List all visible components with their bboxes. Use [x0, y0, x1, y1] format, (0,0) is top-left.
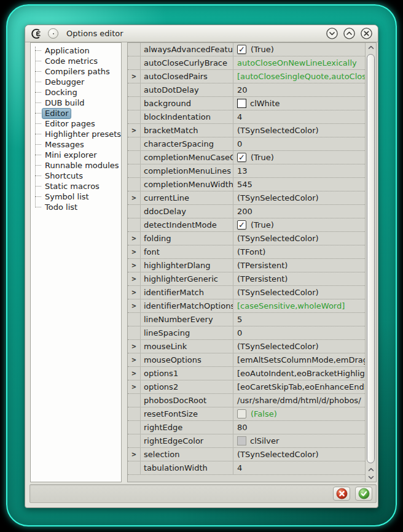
property-value[interactable]: (TSynSelectedColor) [233, 191, 365, 204]
property-value[interactable]: 20 [233, 83, 365, 96]
property-row-mouseLink[interactable]: >mouseLink(TSynSelectedColor) [128, 340, 365, 353]
property-value[interactable]: (TSynSelectedColor) [233, 340, 365, 353]
property-value[interactable]: 0 [233, 137, 365, 150]
property-value[interactable]: 5 [233, 313, 365, 326]
property-value[interactable]: 4 [233, 110, 365, 123]
property-row-lineNumberEvery[interactable]: lineNumberEvery5 [128, 313, 365, 326]
property-row-characterSpacing[interactable]: characterSpacing0 [128, 137, 365, 151]
property-row-folding[interactable]: >folding(TSynSelectedColor) [128, 232, 365, 245]
scroll-down-icon[interactable] [366, 475, 376, 480]
expand-arrow-icon[interactable]: > [128, 367, 141, 380]
unroll-button[interactable] [343, 27, 356, 40]
titlebar[interactable]: Options editor [25, 25, 378, 42]
property-row-selection[interactable]: >selection(TSynSelectedColor) [128, 448, 365, 461]
property-row-mouseOptions[interactable]: >mouseOptions[emAltSetsColumnMode,emDrag… [128, 353, 365, 367]
property-row-background[interactable]: backgroundclWhite [128, 97, 365, 110]
close-button[interactable] [360, 27, 373, 40]
property-value[interactable]: (TPersistent) [233, 272, 365, 285]
checkbox-checked-icon[interactable]: ✓ [237, 45, 246, 54]
expand-arrow-icon[interactable]: > [128, 380, 141, 393]
property-row-completionMenuCaseCare[interactable]: completionMenuCaseCare✓(True) [128, 151, 365, 164]
sidebar-item-messages[interactable]: Messages [31, 139, 121, 150]
property-value[interactable]: clSilver [233, 434, 365, 447]
property-value[interactable]: ✓(True) [233, 43, 365, 56]
property-row-autoCloseCurlyBrace[interactable]: autoCloseCurlyBraceautoCloseOnNewLineLex… [128, 56, 365, 70]
property-row-alwaysAdvancedFeatures[interactable]: alwaysAdvancedFeatures✓(True) [128, 43, 365, 56]
scroll-up-icon[interactable] [366, 467, 376, 472]
property-value[interactable]: (TFont) [233, 245, 365, 258]
property-value[interactable]: 200 [233, 205, 365, 218]
scrollbar-thumb[interactable] [367, 54, 375, 463]
property-value[interactable]: 4 [233, 461, 365, 474]
expand-arrow-icon[interactable]: > [128, 340, 141, 353]
property-row-phobosDocRoot[interactable]: phobosDocRoot/usr/share/dmd/html/d/phobo… [128, 394, 365, 407]
property-value[interactable]: (TSynSelectedColor) [233, 124, 365, 137]
expand-arrow-icon[interactable]: > [128, 272, 141, 285]
property-value[interactable]: clWhite [233, 97, 365, 110]
sidebar-item-highlighter-presets[interactable]: Highlighter presets [31, 129, 121, 139]
property-row-rightEdge[interactable]: rightEdge80 [128, 421, 365, 434]
property-row-blockIndentation[interactable]: blockIndentation4 [128, 110, 365, 124]
property-row-highlighterGeneric[interactable]: >highlighterGeneric(TPersistent) [128, 272, 365, 286]
property-row-bracketMatch[interactable]: >bracketMatch(TSynSelectedColor) [128, 124, 365, 137]
property-value[interactable]: autoCloseOnNewLineLexically [233, 56, 365, 69]
property-value[interactable]: 80 [233, 421, 365, 434]
sidebar-item-static-macros[interactable]: Static macros [31, 181, 121, 191]
sidebar-item-editor-pages[interactable]: Editor pages [31, 118, 121, 129]
property-row-resetFontSize[interactable]: resetFontSize(False) [128, 407, 365, 421]
property-row-detectIndentMode[interactable]: detectIndentMode✓(True) [128, 218, 365, 232]
expand-arrow-icon[interactable]: > [128, 299, 141, 312]
sidebar-item-dub-build[interactable]: DUB build [31, 98, 121, 108]
window-menu-button[interactable] [48, 28, 58, 39]
checkbox-unchecked-icon[interactable] [237, 409, 246, 418]
sidebar-item-runnable-modules[interactable]: Runnable modules [31, 160, 121, 171]
vertical-scrollbar[interactable] [365, 43, 376, 482]
property-row-ddocDelay[interactable]: ddocDelay200 [128, 205, 365, 218]
property-value[interactable]: 0 [233, 326, 365, 339]
scroll-up-icon[interactable] [366, 45, 376, 50]
property-row-autoClosedPairs[interactable]: >autoClosedPairs[autoCloseSingleQuote,au… [128, 70, 365, 83]
sidebar-item-debugger[interactable]: Debugger [31, 77, 121, 87]
expand-arrow-icon[interactable]: > [128, 259, 141, 272]
property-row-autoDotDelay[interactable]: autoDotDelay20 [128, 83, 365, 97]
property-value[interactable]: [emAltSetsColumnMode,emDragDr [233, 353, 365, 366]
rollup-button[interactable] [326, 27, 338, 40]
property-value[interactable]: 545 [233, 178, 365, 191]
property-value[interactable]: [caseSensitive,wholeWord] [233, 299, 365, 312]
property-row-options2[interactable]: >options2[eoCaretSkipTab,eoEnhanceEndKe [128, 380, 365, 394]
sidebar-item-code-metrics[interactable]: Code metrics [31, 56, 121, 66]
expand-arrow-icon[interactable]: > [128, 191, 141, 204]
property-row-identifierMatch[interactable]: >identifierMatch(TSynSelectedColor) [128, 286, 365, 299]
cancel-button[interactable] [333, 487, 350, 501]
expand-arrow-icon[interactable]: > [128, 245, 141, 258]
sidebar-item-symbol-list[interactable]: Symbol list [31, 191, 121, 202]
checkbox-checked-icon[interactable]: ✓ [237, 220, 246, 229]
expand-arrow-icon[interactable]: > [128, 124, 141, 137]
property-value[interactable]: (TPersistent) [233, 259, 365, 272]
property-row-font[interactable]: >font(TFont) [128, 245, 365, 259]
property-row-currentLine[interactable]: >currentLine(TSynSelectedColor) [128, 191, 365, 205]
sidebar-item-todo-list[interactable]: Todo list [31, 202, 121, 212]
sidebar-item-mini-explorer[interactable]: Mini explorer [31, 150, 121, 160]
property-value[interactable]: ✓(True) [233, 151, 365, 164]
property-value[interactable]: [eoCaretSkipTab,eoEnhanceEndKe [233, 380, 365, 393]
sidebar-item-docking[interactable]: Docking [31, 87, 121, 98]
expand-arrow-icon[interactable]: > [128, 353, 141, 366]
sidebar-item-shortcuts[interactable]: Shortcuts [31, 171, 121, 181]
property-value[interactable]: [autoCloseSingleQuote,autoCloseD [233, 70, 365, 83]
sidebar-item-editor[interactable]: Editor [31, 108, 121, 118]
property-value[interactable]: (TSynSelectedColor) [233, 448, 365, 461]
property-value[interactable]: (TSynSelectedColor) [233, 232, 365, 245]
property-value[interactable]: /usr/share/dmd/html/d/phobos/ [233, 394, 365, 407]
property-row-options1[interactable]: >options1[eoAutoIndent,eoBracketHighligh… [128, 367, 365, 380]
property-row-lineSpacing[interactable]: lineSpacing0 [128, 326, 365, 340]
property-row-completionMenuWidth[interactable]: completionMenuWidth545 [128, 178, 365, 191]
sidebar-item-application[interactable]: Application [31, 45, 121, 56]
property-value[interactable]: 13 [233, 164, 365, 177]
property-row-highlighterDlang[interactable]: >highlighterDlang(TPersistent) [128, 259, 365, 272]
property-value[interactable]: [eoAutoIndent,eoBracketHighlight [233, 367, 365, 380]
expand-arrow-icon[interactable]: > [128, 448, 141, 461]
expand-arrow-icon[interactable]: > [128, 70, 141, 83]
property-value[interactable]: (False) [233, 407, 365, 420]
sidebar-item-compilers-paths[interactable]: Compilers paths [31, 66, 121, 77]
